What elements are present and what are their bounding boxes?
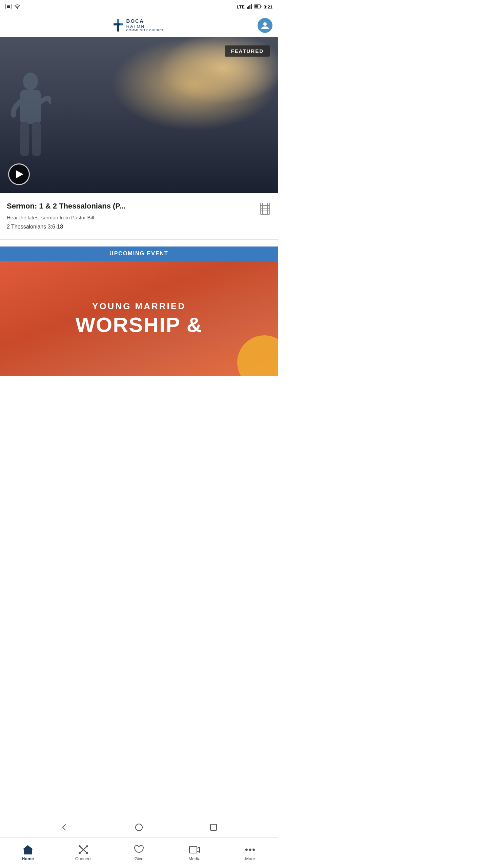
bookmark-button[interactable] bbox=[259, 203, 271, 215]
sermon-title: Sermon: 1 & 2 Thessalonians (P... bbox=[7, 201, 253, 211]
time-display: 3:21 bbox=[264, 4, 272, 9]
svg-rect-3 bbox=[247, 7, 248, 9]
sermon-verse: 2 Thessalonians 3:6-18 bbox=[7, 224, 253, 230]
wifi-icon bbox=[14, 4, 20, 10]
play-button[interactable] bbox=[8, 163, 30, 185]
svg-rect-9 bbox=[255, 5, 258, 7]
logo-raton: RATON bbox=[126, 24, 165, 29]
upcoming-image[interactable]: YOUNG MARRIED WORSHIP & bbox=[0, 261, 278, 376]
battery-icon bbox=[254, 4, 262, 9]
svg-rect-4 bbox=[248, 6, 249, 9]
upcoming-section: UPCOMING EVENT YOUNG MARRIED WORSHIP & bbox=[0, 246, 278, 376]
sim-icon bbox=[5, 4, 12, 10]
upcoming-header: UPCOMING EVENT bbox=[0, 246, 278, 261]
status-left bbox=[5, 4, 20, 10]
svg-rect-1 bbox=[7, 5, 10, 8]
profile-button[interactable] bbox=[258, 18, 272, 33]
svg-rect-5 bbox=[249, 5, 250, 9]
svg-point-2 bbox=[17, 8, 18, 8]
app-header: BOCA RATON COMMUNITY CHURCH bbox=[0, 14, 278, 37]
logo-text-block: BOCA RATON COMMUNITY CHURCH bbox=[126, 18, 165, 32]
sermon-text: Sermon: 1 & 2 Thessalonians (P... Hear t… bbox=[7, 201, 253, 230]
header-logo: BOCA RATON COMMUNITY CHURCH bbox=[114, 18, 165, 32]
sermon-section: Sermon: 1 & 2 Thessalonians (P... Hear t… bbox=[0, 193, 278, 240]
svg-rect-18 bbox=[32, 122, 41, 156]
svg-rect-17 bbox=[20, 122, 29, 156]
svg-rect-13 bbox=[120, 23, 123, 25]
svg-rect-12 bbox=[117, 19, 119, 23]
logo-cross-icon bbox=[114, 19, 123, 32]
svg-rect-8 bbox=[261, 6, 262, 7]
speaker-silhouette-icon bbox=[10, 71, 51, 166]
profile-icon bbox=[261, 21, 269, 30]
play-triangle-icon bbox=[16, 170, 23, 178]
event-circle-decoration bbox=[237, 335, 278, 376]
svg-point-15 bbox=[23, 73, 38, 90]
svg-point-14 bbox=[263, 22, 267, 26]
svg-rect-16 bbox=[20, 90, 41, 124]
featured-badge: FEATURED bbox=[225, 45, 270, 57]
bookmark-icon bbox=[260, 203, 270, 215]
status-bar: LTE 3:21 bbox=[0, 0, 278, 14]
event-title-large: WORSHIP & bbox=[75, 314, 202, 335]
status-right: LTE 3:21 bbox=[237, 4, 272, 10]
svg-rect-6 bbox=[251, 4, 252, 9]
logo-subtitle: COMMUNITY CHURCH bbox=[126, 29, 165, 32]
event-title-small: YOUNG MARRIED bbox=[92, 301, 186, 312]
featured-section: FEATURED bbox=[0, 37, 278, 193]
sermon-subtitle: Hear the latest sermon from Pastor Bill bbox=[7, 215, 253, 220]
signal-icon bbox=[247, 4, 252, 10]
logo-boca: BOCA bbox=[126, 18, 165, 24]
featured-background bbox=[0, 37, 278, 193]
lte-label: LTE bbox=[237, 4, 245, 9]
